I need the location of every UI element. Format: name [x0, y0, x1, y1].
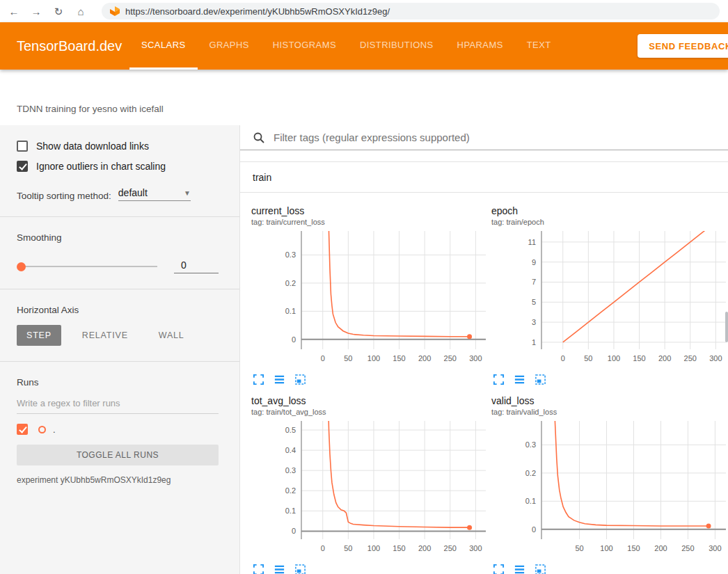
ignore-outliers-checkbox[interactable] — [17, 161, 28, 172]
content: Show data download links Ignore outliers… — [0, 125, 728, 574]
run-table-icon[interactable] — [274, 564, 285, 574]
svg-text:3: 3 — [532, 318, 536, 326]
run-table-icon[interactable] — [514, 374, 525, 385]
address-bar[interactable]: https://tensorboard.dev/experiment/yKUbh… — [102, 3, 720, 19]
divider — [0, 289, 239, 289]
svg-text:300: 300 — [469, 544, 482, 552]
browser-chrome: ← → ↻ ⌂ https://tensorboard.dev/experime… — [0, 0, 728, 22]
svg-text:250: 250 — [684, 354, 697, 362]
svg-text:50: 50 — [344, 354, 352, 362]
train-group-card: train current_loss tag: train/current_lo… — [240, 161, 728, 574]
svg-text:200: 200 — [418, 544, 431, 552]
tag-filter-row — [240, 125, 728, 150]
smoothing-slider-knob[interactable] — [17, 262, 26, 271]
svg-text:250: 250 — [444, 544, 457, 552]
divider — [0, 216, 239, 217]
scrollbar-thumb[interactable] — [725, 312, 728, 342]
tab-text[interactable]: TEXT — [515, 22, 563, 70]
chart-canvas-current-loss[interactable]: 05010015020025030000.10.20.3 — [251, 228, 488, 369]
svg-text:5: 5 — [532, 298, 536, 306]
smoothing-slider[interactable] — [18, 266, 157, 267]
show-download-links-checkbox[interactable] — [17, 141, 28, 152]
svg-text:0: 0 — [321, 544, 325, 552]
chart-canvas-valid-loss[interactable]: 5010015020025030000.10.20.3 — [491, 417, 728, 559]
forward-icon[interactable]: → — [31, 6, 42, 17]
expand-chart-icon[interactable] — [253, 374, 264, 385]
fit-domain-icon[interactable] — [294, 564, 306, 574]
svg-text:0.2: 0.2 — [285, 486, 296, 495]
svg-text:0.1: 0.1 — [285, 507, 296, 515]
tab-scalars[interactable]: SCALARS — [129, 22, 198, 70]
divider — [0, 361, 239, 362]
reload-icon[interactable]: ↻ — [53, 6, 64, 17]
expand-chart-icon[interactable] — [493, 564, 505, 574]
svg-text:50: 50 — [344, 544, 352, 552]
svg-text:200: 200 — [654, 544, 667, 552]
tab-distributions[interactable]: DISTRIBUTIONS — [348, 22, 445, 70]
svg-text:100: 100 — [608, 354, 620, 362]
fit-domain-icon[interactable] — [535, 374, 546, 385]
svg-text:0.3: 0.3 — [285, 250, 296, 259]
svg-text:1: 1 — [532, 338, 536, 346]
fit-domain-icon[interactable] — [535, 564, 546, 574]
home-icon[interactable]: ⌂ — [75, 6, 86, 17]
nav-tabs: SCALARS GRAPHS HISTOGRAMS DISTRIBUTIONS … — [129, 22, 563, 70]
settings-sidebar: Show data download links Ignore outliers… — [0, 125, 240, 574]
svg-text:0.5: 0.5 — [285, 426, 296, 434]
svg-text:300: 300 — [709, 354, 722, 362]
expand-chart-icon[interactable] — [253, 564, 264, 574]
run-table-icon[interactable] — [274, 374, 285, 385]
tooltip-sorting-value: default — [118, 187, 148, 198]
chart-card-tot-avg-loss: tot_avg_loss tag: train/tot_avg_loss 050… — [251, 395, 488, 574]
axis-relative-button[interactable]: RELATIVE — [72, 325, 138, 346]
toggle-all-runs-button[interactable]: TOGGLE ALL RUNS — [17, 445, 219, 465]
svg-text:200: 200 — [418, 354, 431, 362]
chart-title: valid_loss — [491, 395, 728, 406]
svg-text:0: 0 — [321, 354, 325, 362]
tab-graphs[interactable]: GRAPHS — [198, 22, 261, 70]
expand-chart-icon[interactable] — [493, 374, 505, 385]
experiment-title: TDNN training for yesno with icefall — [17, 104, 164, 114]
ignore-outliers-label: Ignore outliers in chart scaling — [36, 161, 166, 172]
send-feedback-button[interactable]: SEND FEEDBACK — [638, 34, 728, 58]
svg-text:250: 250 — [444, 354, 457, 362]
chart-card-valid-loss: valid_loss tag: train/valid_loss 5010015… — [491, 395, 728, 574]
run-checkbox[interactable] — [17, 424, 28, 435]
runs-label: Runs — [17, 377, 219, 388]
train-group-header[interactable]: train — [240, 162, 728, 193]
run-table-icon[interactable] — [514, 564, 525, 574]
axis-step-button[interactable]: STEP — [17, 325, 61, 346]
tab-histograms[interactable]: HISTOGRAMS — [261, 22, 348, 70]
axis-wall-button[interactable]: WALL — [149, 325, 194, 346]
show-download-links-label: Show data download links — [36, 141, 149, 152]
tooltip-sorting-dropdown[interactable]: default ▼ — [118, 187, 191, 201]
fit-domain-icon[interactable] — [294, 374, 306, 385]
smoothing-label: Smoothing — [17, 232, 219, 243]
chart-tag: tag: train/epoch — [491, 218, 728, 226]
run-color-swatch-icon — [38, 426, 46, 433]
svg-text:7: 7 — [532, 278, 536, 286]
chart-card-epoch: epoch tag: train/epoch 05010015020025030… — [491, 205, 728, 385]
tag-filter-input[interactable] — [272, 131, 728, 144]
svg-text:0.1: 0.1 — [285, 307, 296, 315]
svg-text:100: 100 — [600, 544, 612, 552]
svg-text:11: 11 — [528, 238, 536, 246]
chart-canvas-tot-avg-loss[interactable]: 05010015020025030000.10.20.30.40.5 — [251, 417, 488, 559]
svg-text:150: 150 — [393, 354, 405, 362]
svg-text:250: 250 — [681, 544, 694, 552]
svg-text:150: 150 — [393, 544, 405, 552]
back-icon[interactable]: ← — [8, 6, 19, 17]
tab-hparams[interactable]: HPARAMS — [445, 22, 515, 70]
tooltip-sorting-label: Tooltip sorting method: — [17, 191, 111, 201]
chart-title: current_loss — [251, 205, 488, 216]
smoothing-value[interactable]: 0 — [174, 260, 219, 273]
svg-text:50: 50 — [575, 544, 583, 552]
svg-text:0.3: 0.3 — [525, 440, 536, 449]
main-panel: train current_loss tag: train/current_lo… — [240, 125, 728, 574]
svg-text:0: 0 — [532, 525, 536, 534]
runs-filter-input[interactable] — [17, 393, 219, 414]
search-icon — [253, 131, 265, 144]
experiment-id-note: experiment yKUbhb5wRmOSXYkId1z9eg — [17, 475, 219, 485]
chart-canvas-epoch[interactable]: 0501001502002503001357911 — [491, 228, 728, 369]
app-logo: TensorBoard.dev — [0, 38, 129, 54]
